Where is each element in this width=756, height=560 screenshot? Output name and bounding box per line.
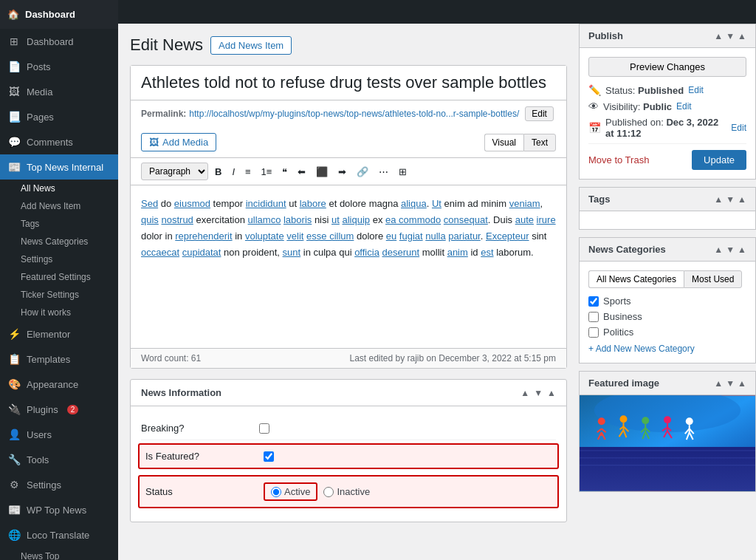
- cat-tabs: All News Categories Most Used: [588, 270, 746, 288]
- add-new-category-link[interactable]: + Add New News Category: [588, 344, 746, 354]
- breaking-checkbox[interactable]: [259, 423, 269, 434]
- feat-img-down-btn[interactable]: ▼: [726, 378, 735, 389]
- feat-img-expand-btn[interactable]: ▲: [738, 378, 746, 389]
- feat-img-up-btn[interactable]: ▲: [714, 378, 723, 389]
- add-news-item-button[interactable]: Add News Item: [210, 36, 292, 55]
- bold-button[interactable]: B: [211, 164, 225, 180]
- featured-image-title: Featured image: [588, 378, 659, 389]
- sidebar-scroll: ⊞ Dashboard 📄 Posts 🖼 Media 📃 Pages 💬 Co…: [0, 29, 118, 560]
- sidebar-sub-tags[interactable]: Tags: [0, 215, 118, 233]
- publish-up-btn[interactable]: ▲: [714, 31, 723, 41]
- publish-box: Publish ▲ ▼ ▲ Preview Changes ✏️ Status:…: [579, 24, 756, 180]
- sidebar-item-posts[interactable]: 📄 Posts: [0, 54, 118, 79]
- link-button[interactable]: 🔗: [353, 164, 372, 180]
- sidebar-item-tools[interactable]: 🔧 Tools: [0, 447, 118, 472]
- published-edit-link[interactable]: Edit: [731, 123, 746, 133]
- ordered-list-button[interactable]: 1≡: [258, 164, 276, 180]
- visual-tab-button[interactable]: Visual: [484, 134, 523, 151]
- visibility-text: Visibility: Public: [603, 101, 672, 112]
- sidebar-item-loco-translate[interactable]: 🌐 Loco Translate: [0, 522, 118, 547]
- meta-box-down-btn[interactable]: ▼: [534, 388, 543, 398]
- sidebar-item-templates[interactable]: 📋 Templates: [0, 346, 118, 372]
- page-header: Edit News Add News Item: [130, 35, 567, 55]
- tags-up-btn[interactable]: ▲: [714, 194, 723, 205]
- sidebar-item-top-news[interactable]: 📰 Top News Internal: [0, 154, 118, 180]
- sidebar-sub-all-news[interactable]: All News: [0, 180, 118, 197]
- status-inactive-radio[interactable]: [323, 487, 334, 497]
- permalink-link[interactable]: http://localhost/wp/my-plugins/top-news/…: [189, 109, 519, 119]
- news-cat-up-btn[interactable]: ▲: [714, 245, 723, 255]
- sidebar-item-plugins[interactable]: 🔌 Plugins 2: [0, 397, 118, 422]
- update-button[interactable]: Update: [692, 150, 746, 170]
- paragraph-select[interactable]: Paragraph: [141, 163, 208, 180]
- tags-expand-btn[interactable]: ▲: [738, 194, 746, 205]
- subnav-label: Settings: [21, 254, 52, 264]
- sidebar-sub-add-news[interactable]: Add News Item: [0, 197, 118, 215]
- sidebar-item-comments[interactable]: 💬 Comments: [0, 129, 118, 154]
- news-cat-down-btn[interactable]: ▼: [726, 245, 735, 255]
- svg-point-18: [642, 417, 649, 424]
- sidebar-logo-label: Dashboard: [25, 9, 75, 20]
- sidebar-sub-settings[interactable]: Settings: [0, 250, 118, 268]
- topbar: [118, 0, 756, 24]
- align-center-button[interactable]: ⬛: [312, 164, 331, 180]
- unordered-list-button[interactable]: ≡: [241, 164, 255, 180]
- status-inactive-label[interactable]: Inactive: [323, 486, 370, 497]
- sidebar-sub-ticker-settings[interactable]: Ticker Settings: [0, 286, 118, 304]
- tags-down-btn[interactable]: ▼: [726, 194, 735, 205]
- featured-image-controls: ▲ ▼ ▲: [714, 378, 746, 389]
- sidebar-item-appearance[interactable]: 🎨 Appearance: [0, 372, 118, 397]
- sidebar-sub-news-categories[interactable]: News Categories: [0, 233, 118, 250]
- sidebar-item-wp-top-news[interactable]: 📰 WP Top News: [0, 497, 118, 522]
- preview-changes-button[interactable]: Preview Changes: [588, 57, 746, 77]
- business-checkbox[interactable]: [588, 312, 599, 322]
- status-row: Status Active Inactive: [138, 475, 559, 508]
- sidebar-sub-featured-settings[interactable]: Featured Settings: [0, 268, 118, 286]
- tags-header-controls: ▲ ▼ ▲: [714, 194, 746, 205]
- most-used-tab[interactable]: Most Used: [684, 270, 742, 288]
- meta-box-up-btn[interactable]: ▲: [520, 388, 529, 398]
- sidebar-item-elementor[interactable]: ⚡ Elementor: [0, 321, 118, 346]
- status-active-radio[interactable]: [271, 487, 281, 497]
- meta-box-expand-btn[interactable]: ▲: [547, 388, 556, 398]
- sidebar-item-settings[interactable]: ⚙ Settings: [0, 472, 118, 497]
- editor-content[interactable]: Sed do eiusmod tempor incididunt ut labo…: [131, 185, 566, 348]
- politics-checkbox[interactable]: [588, 327, 599, 338]
- more-button[interactable]: ⋯: [375, 164, 392, 180]
- align-left-button[interactable]: ⬅: [294, 164, 309, 180]
- move-to-trash-button[interactable]: Move to Trash: [588, 154, 649, 165]
- publish-expand-btn[interactable]: ▲: [738, 31, 746, 41]
- sidebar-news-top[interactable]: News Top: [0, 547, 118, 560]
- news-cat-expand-btn[interactable]: ▲: [738, 245, 746, 255]
- appearance-icon: 🎨: [7, 378, 21, 391]
- table-button[interactable]: ⊞: [395, 164, 410, 180]
- settings-icon: ⚙: [7, 478, 21, 491]
- italic-button[interactable]: I: [228, 164, 238, 180]
- permalink-row: Permalink: http://localhost/wp/my-plugin…: [131, 100, 566, 127]
- publish-down-btn[interactable]: ▼: [726, 31, 735, 41]
- featured-image-preview[interactable]: [580, 395, 755, 491]
- post-title-input[interactable]: [131, 66, 566, 100]
- blockquote-button[interactable]: ❝: [278, 164, 291, 180]
- sidebar-item-label: Loco Translate: [27, 530, 89, 541]
- sports-checkbox[interactable]: [588, 296, 599, 307]
- meta-box-body: Breaking? Is Featured? Status: [131, 406, 566, 522]
- add-media-button[interactable]: 🖼 Add Media: [141, 133, 216, 151]
- sidebar-item-dashboard[interactable]: ⊞ Dashboard: [0, 29, 118, 54]
- status-active-label[interactable]: Active: [264, 482, 317, 501]
- align-right-button[interactable]: ➡: [334, 164, 350, 180]
- text-tab-button[interactable]: Text: [523, 134, 556, 151]
- status-edit-link[interactable]: Edit: [688, 85, 704, 95]
- featured-checkbox[interactable]: [264, 451, 274, 462]
- sidebar-item-label: Plugins: [27, 404, 58, 415]
- sidebar-item-users[interactable]: 👤 Users: [0, 422, 118, 447]
- visibility-edit-link[interactable]: Edit: [676, 101, 692, 112]
- sidebar-sub-how-it-works[interactable]: How it works: [0, 304, 118, 321]
- edit-permalink-button[interactable]: Edit: [525, 106, 554, 121]
- sidebar-item-media[interactable]: 🖼 Media: [0, 79, 118, 104]
- featured-image-svg: [580, 395, 755, 491]
- visibility-value: Public: [643, 101, 672, 112]
- sidebar-item-pages[interactable]: 📃 Pages: [0, 104, 118, 129]
- all-categories-tab[interactable]: All News Categories: [588, 270, 684, 288]
- pages-icon: 📃: [7, 110, 21, 123]
